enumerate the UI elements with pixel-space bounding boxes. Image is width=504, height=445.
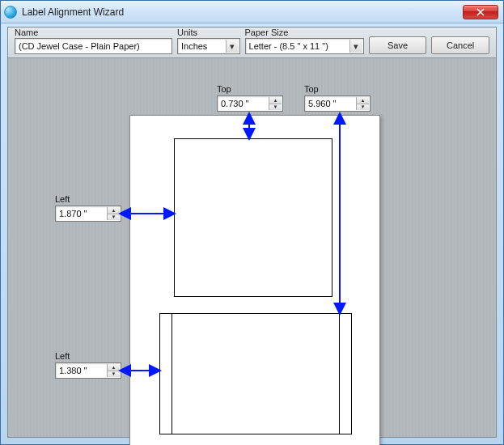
window-title: Label Alignment Wizard [22, 6, 463, 18]
spinner-stepper[interactable]: ▲▼ [356, 97, 369, 110]
name-field-group: Name (CD Jewel Case - Plain Paper) [15, 28, 172, 54]
content-area: Name (CD Jewel Case - Plain Paper) Units… [7, 27, 497, 438]
paper-size-select[interactable]: Letter - (8.5 " x 11 ") ▾ [245, 38, 364, 54]
step-up-icon: ▲ [269, 97, 282, 104]
step-down-icon: ▼ [357, 104, 369, 111]
app-icon [4, 6, 17, 19]
chevron-down-icon: ▾ [349, 40, 362, 53]
name-value: (CD Jewel Case - Plain Paper) [19, 41, 140, 51]
label-alignment-window: Label Alignment Wizard Name (CD Jewel Ca… [0, 0, 504, 445]
top1-spinner[interactable]: 0.730 " ▲▼ [217, 95, 283, 112]
close-icon [476, 8, 485, 16]
top1-value: 0.730 " [221, 99, 249, 108]
step-up-icon: ▲ [108, 207, 120, 214]
top2-spinner[interactable]: 5.960 " ▲▼ [304, 95, 371, 112]
step-up-icon: ▲ [108, 364, 120, 371]
top1-label: Top [217, 84, 231, 94]
fold-line-right [339, 314, 340, 434]
titlebar: Label Alignment Wizard [1, 1, 503, 23]
step-down-icon: ▼ [108, 371, 120, 378]
spinner-stepper[interactable]: ▲▼ [107, 364, 120, 377]
save-button-label: Save [388, 40, 408, 50]
paper-size-value: Letter - (8.5 " x 11 ") [249, 41, 328, 51]
spinner-stepper[interactable]: ▲▼ [269, 97, 282, 110]
left2-value: 1.380 " [59, 366, 87, 375]
label-front[interactable] [174, 138, 332, 297]
close-button[interactable] [463, 5, 498, 19]
name-input[interactable]: (CD Jewel Case - Plain Paper) [15, 38, 172, 54]
top2-value: 5.960 " [308, 99, 337, 108]
top2-label: Top [304, 84, 319, 94]
step-down-icon: ▼ [108, 214, 120, 221]
cancel-button[interactable]: Cancel [431, 36, 489, 54]
units-select[interactable]: Inches ▾ [177, 38, 240, 54]
fold-line-left [172, 314, 172, 434]
label-back[interactable] [159, 313, 352, 434]
left1-value: 1.870 " [59, 209, 87, 218]
units-label: Units [177, 28, 240, 37]
step-down-icon: ▼ [269, 104, 282, 111]
chevron-down-icon: ▾ [226, 40, 239, 53]
spinner-stepper[interactable]: ▲▼ [107, 207, 120, 220]
left2-label: Left [55, 351, 70, 361]
name-label: Name [15, 28, 172, 37]
alignment-canvas: Top 0.730 " ▲▼ Top 5.960 " ▲▼ Left 1.870… [8, 58, 496, 437]
units-field-group: Units Inches ▾ [177, 28, 240, 54]
cancel-button-label: Cancel [447, 40, 474, 50]
paper-field-group: Paper Size Letter - (8.5 " x 11 ") ▾ [245, 28, 364, 54]
left1-label: Left [55, 194, 70, 204]
paper-preview [129, 115, 380, 445]
units-value: Inches [181, 41, 207, 51]
top-strip: Name (CD Jewel Case - Plain Paper) Units… [8, 28, 496, 58]
left2-spinner[interactable]: 1.380 " ▲▼ [55, 362, 121, 379]
paper-size-label: Paper Size [245, 28, 364, 37]
step-up-icon: ▲ [357, 97, 369, 104]
save-button[interactable]: Save [369, 36, 427, 54]
left1-spinner[interactable]: 1.870 " ▲▼ [55, 206, 121, 222]
